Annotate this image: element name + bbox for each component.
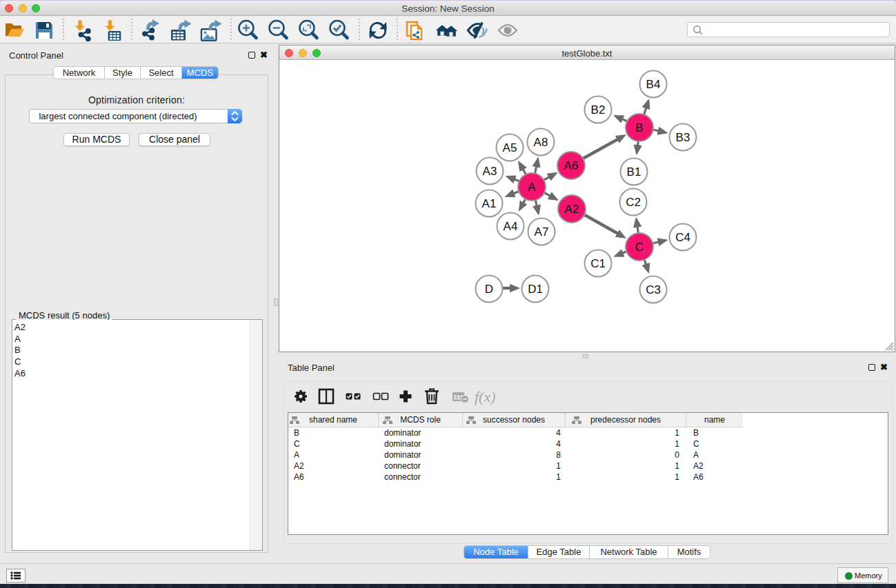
- svg-text:B: B: [635, 121, 643, 134]
- svg-text:B1: B1: [627, 165, 641, 179]
- svg-text:A6: A6: [564, 159, 579, 172]
- svg-text:B4: B4: [646, 78, 661, 91]
- svg-text:f(x): f(x): [475, 388, 496, 405]
- svg-text:A8: A8: [534, 136, 548, 149]
- svg-text:A4: A4: [504, 220, 518, 233]
- svg-text:B3: B3: [676, 131, 690, 144]
- svg-text:B2: B2: [591, 103, 606, 116]
- svg-text:C: C: [635, 241, 644, 254]
- svg-text:D1: D1: [528, 283, 543, 296]
- svg-text:A1: A1: [482, 197, 497, 210]
- svg-text:C1: C1: [590, 257, 606, 270]
- svg-text:A5: A5: [503, 141, 517, 154]
- svg-text:A3: A3: [483, 165, 497, 178]
- svg-text:C3: C3: [646, 283, 661, 296]
- svg-text:C4: C4: [675, 231, 690, 244]
- svg-text:D: D: [485, 283, 493, 296]
- svg-text:A2: A2: [565, 203, 579, 216]
- svg-text:A7: A7: [535, 225, 549, 239]
- svg-text:A: A: [528, 181, 536, 194]
- svg-text:C2: C2: [626, 196, 641, 209]
